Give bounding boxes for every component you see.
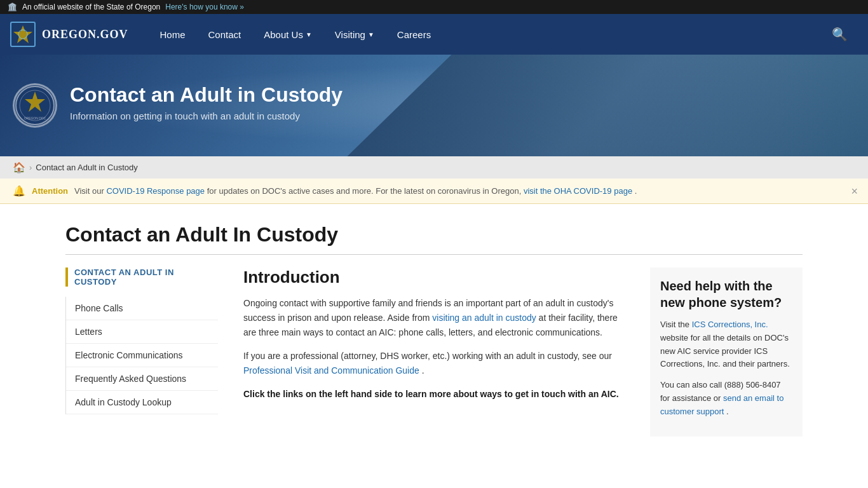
sidebar: CONTACT AN ADULT IN CUSTODY Phone Calls … xyxy=(65,268,218,437)
letters-link[interactable]: Letters xyxy=(75,327,102,337)
bell-icon: 🔔 xyxy=(13,185,25,197)
nav-home[interactable]: Home xyxy=(149,14,197,55)
covid-response-link[interactable]: COVID-19 Response page xyxy=(106,186,205,196)
how-to-know-link[interactable]: Here's how you know » xyxy=(165,3,244,11)
attention-text-before: Visit our xyxy=(74,186,104,196)
attention-text: Visit our COVID-19 Response page for upd… xyxy=(74,186,855,196)
intro-heading: Introduction xyxy=(243,268,625,287)
breadcrumb-current-page: Contact an Adult in Custody xyxy=(36,163,137,172)
content-layout: CONTACT AN ADULT IN CUSTODY Phone Calls … xyxy=(65,268,803,437)
nav-links: Home Contact About Us ▼ Visiting ▼ Caree… xyxy=(149,14,822,55)
hero-content: OREGON DOC Contact an Adult in Custody I… xyxy=(13,83,342,128)
intro-paragraph-1: Ongoing contact with supportive family a… xyxy=(243,296,625,340)
visiting-aic-link[interactable]: visiting an adult in custody xyxy=(432,313,536,323)
hero-section: OREGON DOC Contact an Adult in Custody I… xyxy=(0,55,868,156)
attention-label: Attention xyxy=(32,186,68,196)
search-button[interactable]: 🔍 xyxy=(822,14,858,55)
hero-text-block: Contact an Adult in Custody Information … xyxy=(70,83,342,121)
nav-careers[interactable]: Careers xyxy=(386,14,442,55)
intro-paragraph-2: If you are a professional (attorney, DHS… xyxy=(243,349,625,378)
sidebar-item-lookup: Adult in Custody Lookup xyxy=(66,391,218,414)
help-para1-after: website for all the details on DOC's new… xyxy=(660,333,790,369)
top-bar: 🏛️ An official website of the State of O… xyxy=(0,0,868,14)
breadcrumb-separator: › xyxy=(29,163,32,172)
attention-text-after: . xyxy=(635,186,637,196)
visiting-arrow: ▼ xyxy=(368,31,374,38)
hero-subtitle: Information on getting in touch with an … xyxy=(70,111,342,121)
sidebar-nav-list: Phone Calls Letters Electronic Communica… xyxy=(65,297,218,414)
intro-bold-paragraph: Click the links on the left hand side to… xyxy=(243,387,625,402)
help-para1-before: Visit the xyxy=(660,320,689,329)
nav-about-us[interactable]: About Us ▼ xyxy=(252,14,323,55)
hero-title: Contact an Adult in Custody xyxy=(70,83,342,107)
about-us-arrow: ▼ xyxy=(306,31,312,38)
sidebar-item-electronic-communications: Electronic Communications xyxy=(66,344,218,367)
nav-contact[interactable]: Contact xyxy=(197,14,253,55)
search-icon: 🔍 xyxy=(832,27,848,42)
ics-corrections-link[interactable]: ICS Corrections, Inc. xyxy=(692,320,768,329)
official-text: An official website of the State of Oreg… xyxy=(22,3,160,11)
breadcrumb: 🏠 › Contact an Adult in Custody xyxy=(0,156,868,179)
logo-text: OREGON.GOV xyxy=(42,28,128,41)
attention-close-button[interactable]: × xyxy=(851,184,858,198)
nav-visiting[interactable]: Visiting ▼ xyxy=(323,14,386,55)
faq-link[interactable]: Frequently Asked Questions xyxy=(75,374,186,384)
phone-calls-link[interactable]: Phone Calls xyxy=(75,303,123,313)
para2-text-before: If you are a professional (attorney, DHS… xyxy=(243,351,612,361)
para2-text-after: . xyxy=(422,365,424,376)
logo-link[interactable]: OREGON.GOV xyxy=(10,22,128,47)
navigation: OREGON.GOV Home Contact About Us ▼ Visit… xyxy=(0,14,868,55)
logo-icon xyxy=(10,22,36,47)
oha-covid-link[interactable]: visit the OHA COVID-19 page xyxy=(524,186,632,196)
svg-text:OREGON DOC: OREGON DOC xyxy=(24,116,46,120)
state-flag-icon: 🏛️ xyxy=(8,3,17,11)
professional-guide-link[interactable]: Professional Visit and Communication Gui… xyxy=(243,365,419,376)
help-box: Need help with the new phone system? Vis… xyxy=(650,268,803,437)
page-title: Contact an Adult In Custody xyxy=(65,223,803,255)
department-seal: OREGON DOC xyxy=(13,83,57,128)
help-heading: Need help with the new phone system? xyxy=(660,278,792,311)
right-sidebar: Need help with the new phone system? Vis… xyxy=(650,268,803,437)
main-article: Introduction Ongoing contact with suppor… xyxy=(243,268,625,437)
help-paragraph-1: Visit the ICS Corrections, Inc. website … xyxy=(660,318,792,371)
main-container: Contact an Adult In Custody CONTACT AN A… xyxy=(53,204,815,462)
help-para2-after: . xyxy=(726,407,729,416)
sidebar-item-letters: Letters xyxy=(66,320,218,344)
help-paragraph-2: You can also call (888) 506-8407 for ass… xyxy=(660,379,792,418)
attention-bar: 🔔 Attention Visit our COVID-19 Response … xyxy=(0,179,868,204)
attention-text-middle: for updates on DOC's active cases and mo… xyxy=(207,186,522,196)
sidebar-active-item: CONTACT AN ADULT IN CUSTODY xyxy=(65,268,218,287)
sidebar-item-phone-calls: Phone Calls xyxy=(66,297,218,320)
breadcrumb-home-icon[interactable]: 🏠 xyxy=(13,161,25,173)
sidebar-item-faq: Frequently Asked Questions xyxy=(66,367,218,391)
aic-lookup-link[interactable]: Adult in Custody Lookup xyxy=(75,397,172,407)
electronic-communications-link[interactable]: Electronic Communications xyxy=(75,350,183,360)
